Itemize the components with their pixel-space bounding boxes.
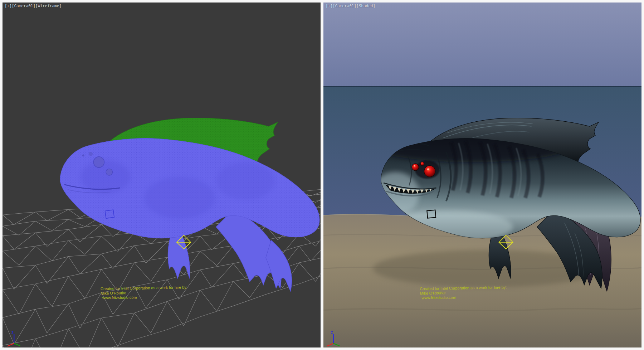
fish-eye-small-red	[420, 162, 424, 165]
wireframe-canvas[interactable]: Created for Intel Corporation as a work …	[3, 3, 321, 347]
svg-text:Mike O'Rourke: Mike O'Rourke	[420, 291, 446, 295]
shaded-canvas[interactable]: Created for Intel Corporation as a work …	[323, 3, 641, 347]
axis-z-label-shaded: z	[331, 330, 333, 334]
svg-text:www.fritzstudio.com: www.fritzstudio.com	[421, 295, 456, 300]
fish-body	[60, 138, 319, 238]
viewport-wireframe[interactable]: [+][Camera01][Wireframe]	[3, 3, 321, 347]
svg-text:Mike O'Rourke: Mike O'Rourke	[101, 291, 126, 295]
fish-eye-large	[93, 157, 104, 167]
fish-eye-large-red	[424, 166, 435, 177]
axis-z-label: z	[11, 330, 14, 334]
fish-eye-medium-red	[412, 164, 419, 171]
viewport-label-shaded[interactable]: [+][Camera01][Shaded]	[326, 4, 375, 8]
svg-text:www.fritzstudio.com: www.fritzstudio.com	[102, 295, 137, 300]
viewport-shaded[interactable]: [+][Camera01][Shaded]	[323, 3, 641, 347]
sky	[323, 3, 641, 87]
fish-model-wireframe[interactable]	[60, 118, 319, 292]
viewport-label-wireframe[interactable]: [+][Camera01][Wireframe]	[5, 4, 62, 8]
world-axis-gizmo: z	[8, 330, 20, 346]
fish-eye-small	[106, 169, 112, 176]
credit-text: Created for Intel Corporation as a work …	[101, 285, 187, 300]
